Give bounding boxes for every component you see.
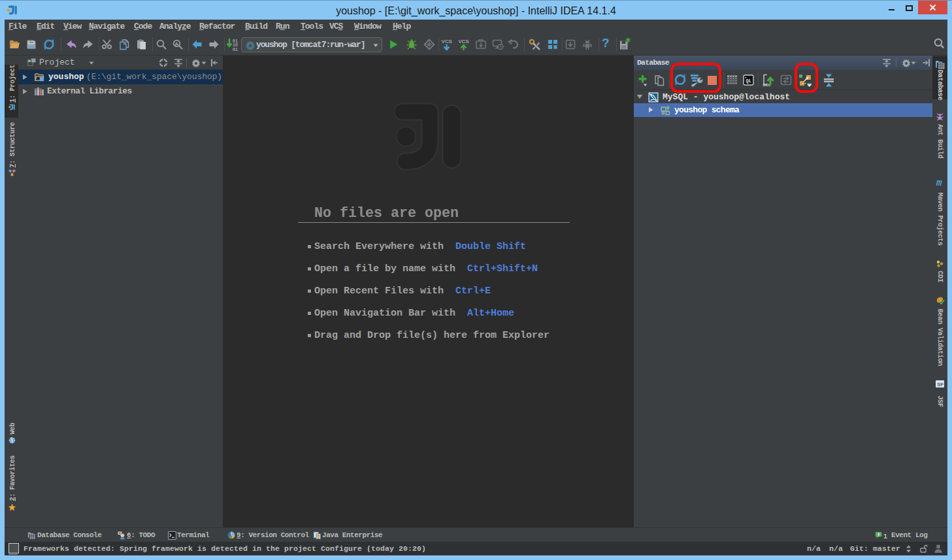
svg-text:01: 01 bbox=[233, 48, 238, 52]
svg-text:A: A bbox=[175, 41, 179, 47]
svg-text:VCS: VCS bbox=[459, 39, 470, 44]
svg-text:QL: QL bbox=[746, 78, 751, 84]
svg-text:SF: SF bbox=[937, 382, 944, 387]
svg-text:VCS: VCS bbox=[442, 39, 453, 44]
